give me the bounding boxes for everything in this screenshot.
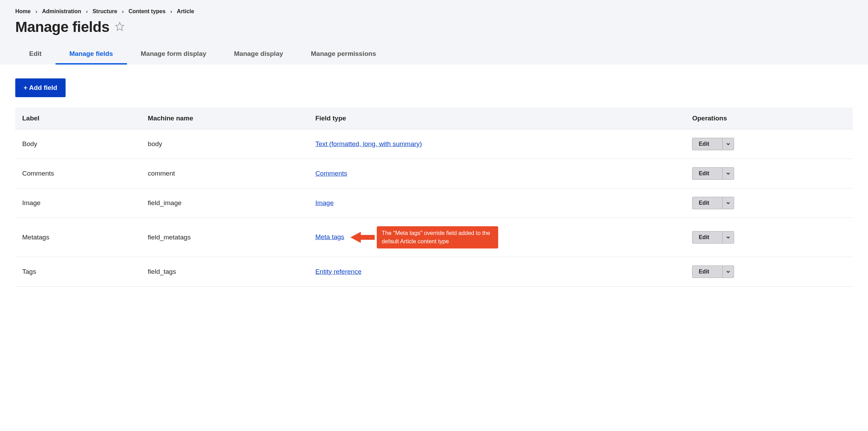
table-row: Imagefield_imageImage Edit [15,188,853,218]
chevron-right-icon: › [122,9,124,14]
table-row: Metatagsfield_metatagsMeta tags The "Met… [15,218,853,257]
fields-table: Label Machine name Field type Operations… [15,108,853,287]
svg-marker-0 [116,22,124,30]
breadcrumb-item[interactable]: Content types [128,8,165,15]
field-operations: Edit [685,257,853,286]
tab-manage-form-display[interactable]: Manage form display [127,45,220,65]
field-label: Body [15,129,141,159]
field-type-link[interactable]: Image [315,199,334,206]
tab-manage-permissions[interactable]: Manage permissions [297,45,390,65]
operations-dropbutton: Edit [692,197,734,209]
operations-dropdown-toggle[interactable] [722,197,734,209]
callout-text: The "Meta tags" override field added to … [377,226,498,248]
field-type-cell: Image [308,188,685,218]
breadcrumb-item[interactable]: Article [177,8,194,15]
chevron-down-icon [726,142,731,146]
add-field-button[interactable]: + Add field [15,78,66,97]
chevron-right-icon: › [35,9,37,14]
field-operations: Edit [685,129,853,159]
chevron-down-icon [726,269,731,274]
field-label: Tags [15,257,141,286]
breadcrumb: Home›Administration›Structure›Content ty… [15,8,853,15]
field-machine-name: comment [141,159,308,188]
annotation-callout: The "Meta tags" override field added to … [350,226,498,248]
tab-manage-fields[interactable]: Manage fields [56,45,127,65]
field-machine-name: field_tags [141,257,308,286]
operations-dropbutton: Edit [692,265,734,278]
operations-dropbutton: Edit [692,231,734,244]
chevron-down-icon [726,171,731,176]
tabs: EditManage fieldsManage form displayMana… [15,45,853,65]
field-operations: Edit [685,159,853,188]
arrow-left-icon [350,230,375,244]
field-machine-name: field_image [141,188,308,218]
favorite-star-icon[interactable] [115,22,125,33]
operations-dropdown-toggle[interactable] [722,231,734,243]
edit-button[interactable]: Edit [692,197,722,209]
operations-dropdown-toggle[interactable] [722,138,734,150]
edit-button[interactable]: Edit [692,168,722,179]
field-label: Metatags [15,218,141,257]
header-label: Label [15,108,141,129]
table-row: Tagsfield_tagsEntity reference Edit [15,257,853,286]
breadcrumb-item[interactable]: Structure [93,8,117,15]
chevron-down-icon [726,235,731,240]
fields-table-body: BodybodyText (formatted, long, with summ… [15,129,853,287]
field-type-link[interactable]: Text (formatted, long, with summary) [315,140,422,147]
field-operations: Edit [685,188,853,218]
field-operations: Edit [685,218,853,257]
operations-dropdown-toggle[interactable] [722,168,734,179]
operations-dropbutton: Edit [692,167,734,180]
edit-button[interactable]: Edit [692,138,722,150]
header-machine-name: Machine name [141,108,308,129]
chevron-right-icon: › [170,9,172,14]
chevron-right-icon: › [86,9,88,14]
field-type-cell: Meta tags The "Meta tags" override field… [308,218,685,257]
field-type-cell: Comments [308,159,685,188]
tab-manage-display[interactable]: Manage display [220,45,297,65]
breadcrumb-item[interactable]: Administration [42,8,81,15]
header-field-type: Field type [308,108,685,129]
field-type-link[interactable]: Meta tags [315,233,344,240]
breadcrumb-item[interactable]: Home [15,8,31,15]
field-label: Comments [15,159,141,188]
field-machine-name: body [141,129,308,159]
svg-marker-1 [350,232,375,243]
field-type-link[interactable]: Entity reference [315,268,361,275]
tab-edit[interactable]: Edit [15,45,56,65]
field-type-link[interactable]: Comments [315,170,347,177]
table-row: CommentscommentComments Edit [15,159,853,188]
edit-button[interactable]: Edit [692,266,722,278]
table-row: BodybodyText (formatted, long, with summ… [15,129,853,159]
edit-button[interactable]: Edit [692,231,722,243]
field-type-cell: Entity reference [308,257,685,286]
field-machine-name: field_metatags [141,218,308,257]
operations-dropbutton: Edit [692,138,734,150]
header-operations: Operations [685,108,853,129]
operations-dropdown-toggle[interactable] [722,266,734,278]
chevron-down-icon [726,201,731,205]
page-title: Manage fields [15,19,109,35]
field-type-cell: Text (formatted, long, with summary) [308,129,685,159]
field-label: Image [15,188,141,218]
